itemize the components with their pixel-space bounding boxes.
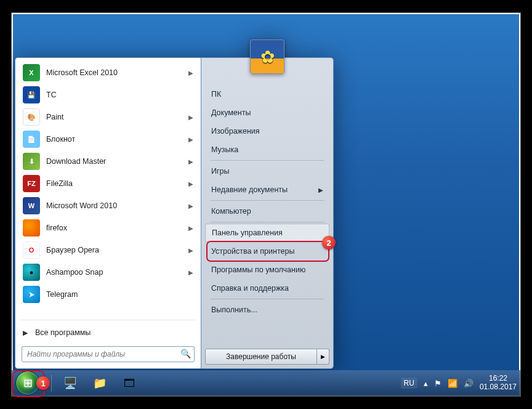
right-item-label: ПК [211, 90, 221, 99]
right-item-label: Недавние документы [211, 185, 288, 194]
program-item-fz[interactable]: FZ FileZilla ▶ [19, 172, 197, 195]
paint-icon: 🎨 [23, 108, 40, 126]
right-item-label: Документы [211, 108, 251, 117]
all-programs[interactable]: ▶ Все программы [17, 323, 200, 342]
right-item-label: Программы по умолчанию [211, 265, 305, 274]
program-list: X Microsoft Excel 2010 ▶💾 TC 🎨 Paint ▶📄 … [17, 62, 200, 318]
dm-icon: ⬇ [23, 153, 40, 170]
shutdown-group: Завершение работы ▶ [205, 349, 329, 365]
start-menu-right: ПКДокументыИзображенияМузыкаИгрыНедавние… [201, 57, 334, 369]
tray-chevron-icon[interactable]: ▴ [424, 379, 428, 388]
separator [20, 320, 196, 320]
taskbar-pin-explorer[interactable]: 📁 [86, 373, 113, 393]
clock-date: 01.08.2017 [480, 383, 517, 392]
program-label: Блокнот [46, 135, 188, 144]
submenu-arrow-icon: ▶ [188, 180, 193, 187]
shutdown-button[interactable]: Завершение работы [205, 349, 317, 365]
taskbar-divider [51, 375, 52, 392]
right-item-10[interactable]: Панель управления [205, 224, 329, 242]
start-menu: X Microsoft Excel 2010 ▶💾 TC 🎨 Paint ▶📄 … [15, 57, 334, 369]
right-item-8[interactable]: Компьютер [205, 202, 329, 221]
search-input[interactable] [22, 346, 195, 362]
right-item-11[interactable]: Устройства и принтеры [205, 242, 329, 261]
right-item-5[interactable]: Игры [205, 162, 329, 180]
right-item-label: Справка и поддержка [211, 284, 289, 293]
right-item-6[interactable]: Недавние документы▶ [205, 180, 329, 199]
right-item-12[interactable]: Программы по умолчанию [205, 261, 329, 279]
program-item-fx[interactable]: firefox ▶ [19, 217, 197, 239]
separator [210, 160, 324, 161]
separator [210, 222, 324, 222]
snap-icon: ● [23, 264, 40, 281]
shutdown-options-button[interactable]: ▶ [317, 349, 329, 365]
program-label: Microsoft Word 2010 [46, 201, 188, 210]
right-menu-list: ПКДокументыИзображенияМузыкаИгрыНедавние… [205, 85, 329, 319]
right-item-15[interactable]: Выполнить... [205, 301, 329, 319]
search-box: 🔍 [22, 346, 195, 362]
right-item-label: Музыка [211, 145, 238, 154]
program-item-note[interactable]: 📄 Блокнот ▶ [19, 128, 197, 150]
right-item-label: Компьютер [211, 207, 251, 216]
submenu-arrow-icon: ▶ [188, 203, 193, 209]
program-label: Microsoft Excel 2010 [46, 68, 188, 77]
system-tray: RU ▴ ⚑ 📶 🔊 16:22 01.08.2017 [401, 375, 517, 392]
volume-icon[interactable]: 🔊 [464, 379, 474, 388]
excel-icon: X [23, 64, 40, 81]
right-item-label: Панель управления [212, 229, 283, 237]
submenu-arrow-icon: ▶ [188, 136, 193, 143]
flag-icon[interactable]: ⚑ [434, 379, 441, 388]
start-button[interactable] [15, 371, 40, 395]
monitor-icon: 🖥️ [63, 376, 77, 390]
program-label: Download Master [46, 157, 188, 166]
folder-icon: 📁 [93, 376, 107, 390]
program-label: FileZilla [46, 179, 188, 188]
language-indicator[interactable]: RU [401, 378, 417, 389]
submenu-arrow-icon: ▶ [318, 187, 323, 193]
program-item-excel[interactable]: X Microsoft Excel 2010 ▶ [19, 62, 197, 84]
program-item-tc[interactable]: 💾 TC [19, 84, 197, 106]
taskbar: 🖥️ 📁 🗔 RU ▴ ⚑ 📶 🔊 16:22 01.08.2017 [12, 370, 520, 396]
submenu-arrow-icon: ▶ [188, 158, 193, 165]
tg-icon: ➤ [23, 286, 40, 303]
submenu-arrow-icon: ▶ [188, 114, 193, 121]
opera-icon: O [23, 241, 40, 259]
submenu-arrow-icon: ▶ [188, 247, 193, 254]
right-item-label: Выполнить... [211, 306, 257, 314]
right-item-2[interactable]: Изображения [205, 122, 329, 140]
separator [210, 200, 324, 201]
clock-time: 16:22 [480, 375, 517, 383]
program-label: Telegram [46, 290, 193, 299]
program-label: firefox [46, 224, 188, 232]
search-icon[interactable]: 🔍 [180, 349, 191, 358]
program-label: TC [46, 91, 193, 99]
right-item-label: Устройства и принтеры [211, 247, 294, 256]
shutdown-label: Завершение работы [226, 352, 296, 361]
program-item-dm[interactable]: ⬇ Download Master ▶ [19, 150, 197, 172]
right-item-label: Игры [211, 167, 229, 176]
separator [210, 299, 324, 299]
program-item-paint[interactable]: 🎨 Paint ▶ [19, 106, 197, 128]
submenu-arrow-icon: ▶ [188, 225, 193, 232]
network-icon[interactable]: 📶 [448, 379, 457, 388]
user-avatar[interactable] [250, 39, 284, 74]
program-item-tg[interactable]: ➤ Telegram [19, 283, 197, 306]
tc-icon: 💾 [23, 86, 40, 103]
right-item-1[interactable]: Документы [205, 103, 329, 122]
program-item-opera[interactable]: O Браузер Opera ▶ [19, 239, 197, 261]
program-label: Paint [46, 113, 188, 121]
submenu-arrow-icon: ▶ [188, 70, 193, 76]
program-label: Ashampoo Snap [46, 268, 188, 277]
taskbar-pin-desktop[interactable]: 🖥️ [57, 373, 84, 393]
taskbar-pin-app[interactable]: 🗔 [116, 373, 143, 393]
right-item-0[interactable]: ПК [205, 85, 329, 103]
program-label: Браузер Opera [46, 246, 188, 254]
program-item-word[interactable]: W Microsoft Word 2010 ▶ [19, 195, 197, 217]
right-item-13[interactable]: Справка и поддержка [205, 279, 329, 298]
clock[interactable]: 16:22 01.08.2017 [480, 375, 517, 392]
all-programs-label: Все программы [35, 328, 91, 337]
note-icon: 📄 [23, 131, 40, 148]
fx-icon [23, 219, 40, 237]
right-item-3[interactable]: Музыка [205, 140, 329, 159]
submenu-arrow-icon: ▶ [188, 269, 193, 276]
program-item-snap[interactable]: ● Ashampoo Snap ▶ [19, 261, 197, 283]
